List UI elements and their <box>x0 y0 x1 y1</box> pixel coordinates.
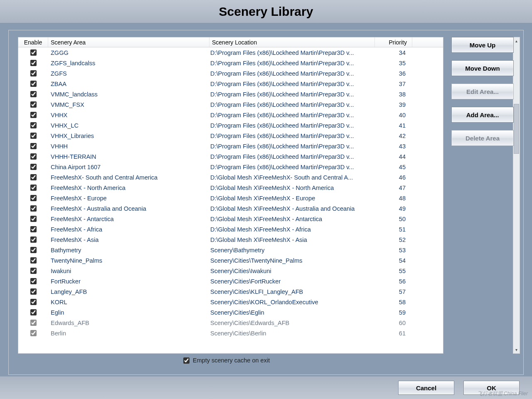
enable-checkbox[interactable] <box>30 257 37 264</box>
cell-priority: 39 <box>375 101 412 108</box>
enable-checkbox[interactable] <box>30 70 37 76</box>
table-row[interactable]: Langley_AFBScenery\Cities\KLFI_Langley_A… <box>18 286 443 297</box>
table-row[interactable]: VHHX_LCD:\Program Files (x86)\Lockheed M… <box>18 120 443 131</box>
table-row[interactable]: EglinScenery\Cities\Eglin59 <box>18 307 443 318</box>
table-row[interactable]: Edwards_AFBScenery\Cities\Edwards_AFB60 <box>18 318 443 328</box>
cell-area: Iwakuni <box>48 268 209 274</box>
cell-priority: 50 <box>375 216 412 222</box>
cell-location: D:\Program Files (x86)\Lockheed Martin\P… <box>209 143 375 150</box>
table-row[interactable]: KORLScenery\Cities\KORL_OrlandoExecutive… <box>18 297 443 307</box>
table-row[interactable]: FreeMeshX - AntarcticaD:\Global Mesh X\F… <box>18 214 443 224</box>
cell-priority: 40 <box>375 112 412 118</box>
cell-area: Eglin <box>48 309 209 316</box>
table-row[interactable]: VHHXD:\Program Files (x86)\Lockheed Mart… <box>18 110 443 120</box>
table-row[interactable]: BathymetryScenery\Bathymetry53 <box>18 245 443 255</box>
empty-cache-checkbox[interactable] <box>183 357 190 364</box>
enable-checkbox[interactable] <box>30 81 37 87</box>
cell-location: Scenery\Cities\Berlin <box>209 330 375 337</box>
col-area[interactable]: Scenery Area <box>48 37 209 47</box>
enable-checkbox[interactable] <box>30 226 37 232</box>
cell-location: Scenery\Cities\Edwards_AFB <box>209 320 375 326</box>
table-row[interactable]: VHHHD:\Program Files (x86)\Lockheed Mart… <box>18 141 443 151</box>
table-row[interactable]: ZGGGD:\Program Files (x86)\Lockheed Mart… <box>18 47 443 58</box>
cell-area: VMMC_landclass <box>48 91 209 98</box>
enable-checkbox[interactable] <box>30 174 37 180</box>
table-row[interactable]: IwakuniScenery\Cities\Iwakuni55 <box>18 266 443 276</box>
cell-location: D:\Global Mesh X\FreeMeshX - Africa <box>209 226 375 233</box>
table-row[interactable]: TwentyNine_PalmsScenery\Cities\TwentyNin… <box>18 255 443 266</box>
enable-checkbox[interactable] <box>30 288 37 295</box>
enable-checkbox[interactable] <box>30 299 37 305</box>
col-enable[interactable]: Enable <box>18 37 48 47</box>
cell-location: D:\Program Files (x86)\Lockheed Martin\P… <box>209 122 375 129</box>
cell-priority: 44 <box>375 153 412 160</box>
table-row[interactable]: FreeMeshX - AfricaD:\Global Mesh X\FreeM… <box>18 224 443 234</box>
table-row[interactable]: FreeMeshX - North AmericaD:\Global Mesh … <box>18 182 443 193</box>
table-row[interactable]: VHHX_LibrariesD:\Program Files (x86)\Loc… <box>18 131 443 141</box>
enable-checkbox[interactable] <box>30 320 37 326</box>
enable-checkbox[interactable] <box>30 247 37 253</box>
enable-checkbox[interactable] <box>30 216 37 222</box>
enable-checkbox[interactable] <box>30 164 37 170</box>
table-row[interactable]: VMMC_FSXD:\Program Files (x86)\Lockheed … <box>18 99 443 110</box>
table-row[interactable]: ZGFS_landcalssD:\Program Files (x86)\Loc… <box>18 58 443 68</box>
enable-checkbox[interactable] <box>30 330 37 336</box>
empty-cache-label[interactable]: Empty scenery cache on exit <box>193 357 270 364</box>
cell-priority: 34 <box>375 49 412 56</box>
enable-checkbox[interactable] <box>30 278 37 284</box>
cell-area: FreeMeshX - Asia <box>48 236 209 243</box>
title-bar: Scenery Library <box>0 0 532 23</box>
cell-area: ZGGG <box>48 49 209 56</box>
side-buttons: Move Up Move Down Edit Area... Add Area.… <box>451 37 524 153</box>
enable-checkbox[interactable] <box>30 268 37 274</box>
enable-checkbox[interactable] <box>30 309 37 315</box>
table-row[interactable]: FreeMeshX - EuropeD:\Global Mesh X\FreeM… <box>18 193 443 203</box>
cell-area: FreeMeshX - North America <box>48 185 209 191</box>
enable-checkbox[interactable] <box>30 153 37 160</box>
enable-checkbox[interactable] <box>30 49 37 56</box>
enable-checkbox[interactable] <box>30 195 37 201</box>
table-row[interactable]: ZGFSD:\Program Files (x86)\Lockheed Mart… <box>18 68 443 79</box>
cell-priority: 61 <box>375 330 412 337</box>
table-row[interactable]: FreeMeshX - Australia and OceaniaD:\Glob… <box>18 203 443 214</box>
cell-location: Scenery\Cities\KORL_OrlandoExecutive <box>209 299 375 305</box>
cell-location: D:\Program Files (x86)\Lockheed Martin\P… <box>209 60 375 66</box>
add-area-button[interactable]: Add Area... <box>451 107 514 123</box>
enable-checkbox[interactable] <box>30 133 37 139</box>
enable-checkbox[interactable] <box>30 205 37 212</box>
move-down-button[interactable]: Move Down <box>451 60 514 76</box>
table-row[interactable]: VMMC_landclassD:\Program Files (x86)\Loc… <box>18 89 443 99</box>
delete-area-button: Delete Area <box>451 130 514 146</box>
col-location[interactable]: Scenery Location <box>209 37 375 47</box>
cell-area: ZGFS <box>48 70 209 77</box>
cell-location: D:\Global Mesh X\FreeMeshX - Asia <box>209 236 375 243</box>
enable-checkbox[interactable] <box>30 185 37 191</box>
cell-area: FreeMeshX - Europe <box>48 195 209 202</box>
table-row[interactable]: FortRuckerScenery\Cities\FortRucker56 <box>18 276 443 286</box>
table-row[interactable]: FreeMeshX- South and Central AmericaD:\G… <box>18 172 443 182</box>
cell-location: D:\Program Files (x86)\Lockheed Martin\P… <box>209 91 375 98</box>
cancel-button[interactable]: Cancel <box>398 381 454 395</box>
table-row[interactable]: VHHH-TERRAIND:\Program Files (x86)\Lockh… <box>18 151 443 162</box>
cell-priority: 45 <box>375 164 412 170</box>
cell-priority: 57 <box>375 288 412 295</box>
enable-checkbox[interactable] <box>30 101 37 108</box>
table-row[interactable]: China Airport 1607D:\Program Files (x86)… <box>18 162 443 172</box>
table-row[interactable]: FreeMeshX - AsiaD:\Global Mesh X\FreeMes… <box>18 234 443 245</box>
move-up-button[interactable]: Move Up <box>451 37 514 53</box>
enable-checkbox[interactable] <box>30 122 37 128</box>
enable-checkbox[interactable] <box>30 91 37 97</box>
cell-priority: 56 <box>375 278 412 285</box>
cell-location: Scenery\Cities\Eglin <box>209 309 375 316</box>
table-row[interactable]: ZBAAD:\Program Files (x86)\Lockheed Mart… <box>18 79 443 89</box>
scroll-down-icon[interactable]: ▾ <box>513 346 520 353</box>
cell-area: VHHH <box>48 143 209 150</box>
enable-checkbox[interactable] <box>30 60 37 66</box>
enable-checkbox[interactable] <box>30 143 37 149</box>
cell-location: D:\Program Files (x86)\Lockheed Martin\P… <box>209 164 375 170</box>
enable-checkbox[interactable] <box>30 112 37 118</box>
enable-checkbox[interactable] <box>30 236 37 243</box>
table-row[interactable]: BerlinScenery\Cities\Berlin61 <box>18 328 443 338</box>
col-priority[interactable]: Priority <box>375 37 412 47</box>
cell-location: D:\Program Files (x86)\Lockheed Martin\P… <box>209 101 375 108</box>
